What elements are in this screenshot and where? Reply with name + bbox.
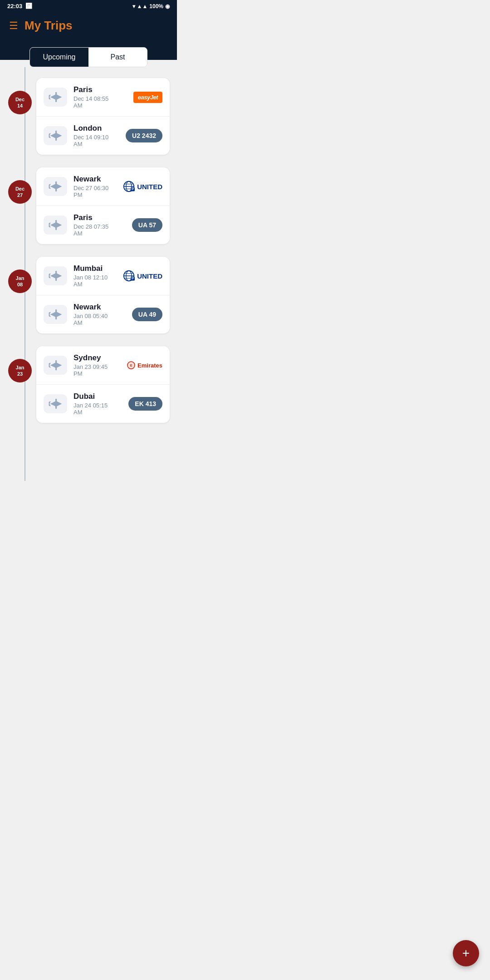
flight-city-paris2: Paris	[74, 213, 113, 222]
svg-text:E: E	[130, 364, 132, 367]
battery-text: 100%	[149, 3, 163, 10]
date-badge-jan23: Jan 23	[8, 359, 32, 382]
signal-icon: ▲▲	[137, 3, 148, 10]
badge-month-2: Jan	[16, 275, 24, 281]
trip-card-jan23[interactable]: Sydney Jan 23 09:45 PM E Emirates	[36, 346, 170, 423]
emirates-text: Emirates	[137, 362, 162, 369]
flight-code-ua57: UA 57	[132, 218, 162, 232]
svg-rect-5	[131, 187, 135, 191]
airline-logo-newark1: UNITED	[113, 181, 162, 192]
flight-datetime-newark1: Dec 27 06:30 PM	[74, 185, 113, 198]
flight-datetime-mumbai: Jan 08 12:10 AM	[74, 274, 113, 288]
flight-datetime-newark2: Jan 08 05:40 AM	[74, 313, 113, 326]
airline-logo-paris2: UA 57	[113, 218, 162, 232]
plane-icon-london	[44, 126, 67, 145]
badge-day-1: 27	[17, 192, 23, 198]
svg-rect-11	[131, 277, 135, 281]
flight-row-london[interactable]: London Dec 14 09:10 AM U2 2432	[36, 117, 170, 155]
wifi-icon: ▾	[132, 3, 135, 10]
flight-city-dubai: Dubai	[74, 392, 113, 401]
badge-day-3: 23	[17, 371, 23, 377]
emirates-logo: E Emirates	[127, 361, 162, 370]
flight-info-dubai: Dubai Jan 24 05:15 AM	[74, 392, 113, 416]
plane-icon-mumbai	[44, 266, 67, 285]
airline-logo-sydney: E Emirates	[113, 361, 162, 370]
date-badge-jan08: Jan 08	[8, 270, 32, 293]
badge-month-0: Dec	[15, 96, 24, 103]
trip-card-dec27[interactable]: Newark Dec 27 06:30 PM	[36, 167, 170, 244]
flight-info-paris2: Paris Dec 28 07:35 AM	[74, 213, 113, 237]
airline-logo-newark2: UA 49	[113, 308, 162, 321]
flight-code-ua49: UA 49	[132, 308, 162, 321]
trips-content: Dec 14 Paris Dec 14 08:55 AM easyJet	[0, 67, 177, 481]
united-logo-1: UNITED	[123, 181, 162, 192]
flight-city-newark2: Newark	[74, 303, 113, 312]
airline-logo-mumbai: UNITED	[113, 270, 162, 282]
status-left: 22:03 🅿	[7, 3, 32, 10]
flight-datetime-london: Dec 14 09:10 AM	[74, 134, 113, 147]
trip-group-jan08: Jan 08 Mumbai Jan 08 12:10 AM	[36, 257, 170, 333]
flight-info-newark1: Newark Dec 27 06:30 PM	[74, 175, 113, 198]
flight-code-u2: U2 2432	[126, 129, 162, 142]
flight-datetime-paris2: Dec 28 07:35 AM	[74, 223, 113, 237]
tab-switcher: Upcoming Past	[29, 47, 147, 67]
airline-logo-dubai: EK 413	[113, 397, 162, 411]
trip-card-jan08[interactable]: Mumbai Jan 08 12:10 AM	[36, 257, 170, 333]
airline-logo-paris: easyJet	[113, 92, 162, 103]
flight-datetime-dubai: Jan 24 05:15 AM	[74, 402, 113, 416]
flight-code-ek413: EK 413	[128, 397, 162, 411]
badge-day-2: 08	[17, 281, 23, 288]
plane-icon-newark2	[44, 305, 67, 324]
flight-datetime-paris: Dec 14 08:55 AM	[74, 95, 113, 109]
status-time: 22:03	[7, 3, 22, 10]
plane-icon-newark1	[44, 177, 67, 196]
badge-month-3: Jan	[16, 364, 24, 371]
status-right: ▾ ▲▲ 100% ◉	[132, 3, 170, 10]
flight-city-mumbai: Mumbai	[74, 264, 113, 273]
flight-city-newark1: Newark	[74, 175, 113, 184]
tab-upcoming[interactable]: Upcoming	[30, 48, 88, 67]
flight-row-mumbai[interactable]: Mumbai Jan 08 12:10 AM	[36, 257, 170, 295]
battery-icon: ◉	[165, 3, 170, 10]
flight-row-sydney[interactable]: Sydney Jan 23 09:45 PM E Emirates	[36, 346, 170, 385]
status-bar: 22:03 🅿 ▾ ▲▲ 100% ◉	[0, 0, 177, 12]
flight-row-dubai[interactable]: Dubai Jan 24 05:15 AM EK 413	[36, 385, 170, 423]
united-text-1: UNITED	[137, 183, 162, 191]
page-title: My Trips	[24, 19, 72, 33]
flight-city-sydney: Sydney	[74, 353, 113, 363]
flight-city-london: London	[74, 124, 113, 133]
flight-info-london: London Dec 14 09:10 AM	[74, 124, 113, 147]
united-logo-2: UNITED	[123, 270, 162, 282]
plane-icon-sydney	[44, 356, 67, 375]
airline-logo-london: U2 2432	[113, 129, 162, 142]
date-badge-dec14: Dec 14	[8, 91, 32, 114]
easyjet-logo: easyJet	[133, 92, 162, 103]
flight-row-newark2[interactable]: Newark Jan 08 05:40 AM UA 49	[36, 295, 170, 333]
tab-container: Upcoming Past	[0, 47, 177, 67]
flight-info-paris: Paris Dec 14 08:55 AM	[74, 85, 113, 109]
tab-past[interactable]: Past	[88, 48, 147, 67]
badge-month-1: Dec	[15, 186, 24, 192]
plane-icon-paris2	[44, 216, 67, 235]
flight-city-paris: Paris	[74, 85, 113, 94]
parking-icon: 🅿	[26, 3, 32, 10]
flight-row-paris[interactable]: Paris Dec 14 08:55 AM easyJet	[36, 78, 170, 117]
trip-group-jan23: Jan 23 Sydney Jan 23 09:45 PM	[36, 346, 170, 423]
flight-row-paris2[interactable]: Paris Dec 28 07:35 AM UA 57	[36, 206, 170, 244]
date-badge-dec27: Dec 27	[8, 180, 32, 204]
trip-card-dec14[interactable]: Paris Dec 14 08:55 AM easyJet London Dec…	[36, 78, 170, 155]
flight-info-sydney: Sydney Jan 23 09:45 PM	[74, 353, 113, 377]
badge-day-0: 14	[17, 103, 23, 109]
flight-info-newark2: Newark Jan 08 05:40 AM	[74, 303, 113, 326]
plane-icon-dubai	[44, 394, 67, 413]
flight-row-newark1[interactable]: Newark Dec 27 06:30 PM	[36, 167, 170, 206]
flight-datetime-sydney: Jan 23 09:45 PM	[74, 363, 113, 377]
united-text-2: UNITED	[137, 272, 162, 280]
flight-info-mumbai: Mumbai Jan 08 12:10 AM	[74, 264, 113, 288]
hamburger-icon[interactable]: ☰	[9, 20, 18, 32]
plane-icon-paris	[44, 88, 67, 107]
trip-group-dec14: Dec 14 Paris Dec 14 08:55 AM easyJet	[36, 78, 170, 155]
trip-group-dec27: Dec 27 Newark Dec 27 06:30 PM	[36, 167, 170, 244]
